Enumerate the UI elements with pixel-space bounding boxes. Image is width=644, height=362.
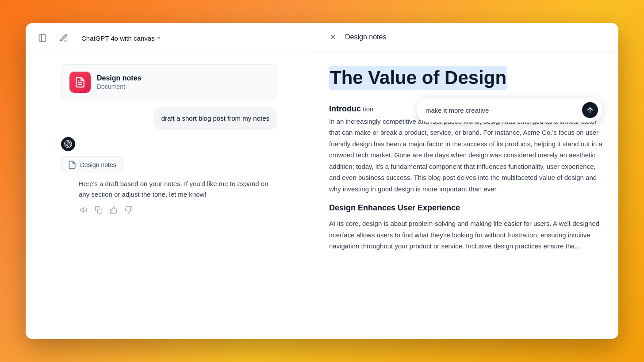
design-notes-chip[interactable]: Design notes xyxy=(61,156,123,173)
document-card[interactable]: Design notes Document xyxy=(61,64,277,100)
right-header: ✕ Design notes xyxy=(313,23,618,52)
compose-button[interactable] xyxy=(56,30,72,46)
close-button[interactable]: ✕ xyxy=(326,30,340,44)
sidebar-toggle-button[interactable] xyxy=(34,30,50,46)
svg-rect-5 xyxy=(98,209,102,213)
intro-body: In an increasingly competitive and fast-… xyxy=(329,118,602,193)
model-name: ChatGPT 4o with canvas xyxy=(81,34,155,42)
section2-body: At its core, design is about problem-sol… xyxy=(329,218,602,252)
app-window: ChatGPT 4o with canvas ▾ Design note xyxy=(26,23,618,339)
assistant-message: Design notes Here's a draft based on you… xyxy=(61,137,277,215)
audio-button[interactable] xyxy=(79,205,88,215)
right-panel: ✕ Design notes The Value of Design Intro… xyxy=(313,23,618,339)
chevron-down-icon: ▾ xyxy=(157,35,160,41)
document-info: Design notes Document xyxy=(97,74,141,90)
document-icon xyxy=(74,76,86,88)
left-panel: ChatGPT 4o with canvas ▾ Design note xyxy=(26,23,313,339)
canvas-title-container: The Value of Design xyxy=(329,66,602,102)
assistant-header xyxy=(61,137,277,151)
document-title: Design notes xyxy=(97,74,141,82)
document-icon-bg xyxy=(69,72,91,93)
send-icon xyxy=(586,106,594,114)
left-content: Design notes Document draft a short blog… xyxy=(26,53,313,339)
avatar xyxy=(61,137,75,151)
feedback-actions xyxy=(61,205,277,215)
user-message-text: draft a short blog post from my notes xyxy=(161,114,269,122)
svg-marker-4 xyxy=(80,207,84,212)
svg-rect-0 xyxy=(39,35,46,42)
section2-heading: Design Enhances User Experience xyxy=(329,203,602,213)
user-message-bubble: draft a short blog post from my notes xyxy=(153,107,277,130)
inline-edit-container xyxy=(417,98,602,122)
thumbs-down-icon xyxy=(125,206,133,214)
thumbs-up-button[interactable] xyxy=(109,205,119,215)
right-content: The Value of Design Introduc tion In an … xyxy=(313,52,618,339)
openai-icon xyxy=(64,140,72,148)
copy-icon xyxy=(95,206,103,214)
left-header: ChatGPT 4o with canvas ▾ xyxy=(26,23,313,53)
inline-send-button[interactable] xyxy=(582,102,598,118)
chip-document-icon xyxy=(68,160,77,169)
document-subtitle: Document xyxy=(97,83,141,90)
thumbs-up-icon xyxy=(110,206,118,214)
speaker-icon xyxy=(80,206,88,214)
model-selector-button[interactable]: ChatGPT 4o with canvas ▾ xyxy=(77,32,165,45)
chip-label: Design notes xyxy=(80,161,116,168)
canvas-title: The Value of Design xyxy=(329,66,507,90)
assistant-response-text: Here's a draft based on your notes. If y… xyxy=(61,179,277,200)
right-panel-title: Design notes xyxy=(345,33,386,41)
copy-button[interactable] xyxy=(94,205,104,215)
thumbs-down-button[interactable] xyxy=(124,205,134,215)
intro-label: Introduc xyxy=(329,104,361,113)
intro-text: tion xyxy=(363,105,373,113)
inline-edit-input[interactable] xyxy=(426,107,579,114)
